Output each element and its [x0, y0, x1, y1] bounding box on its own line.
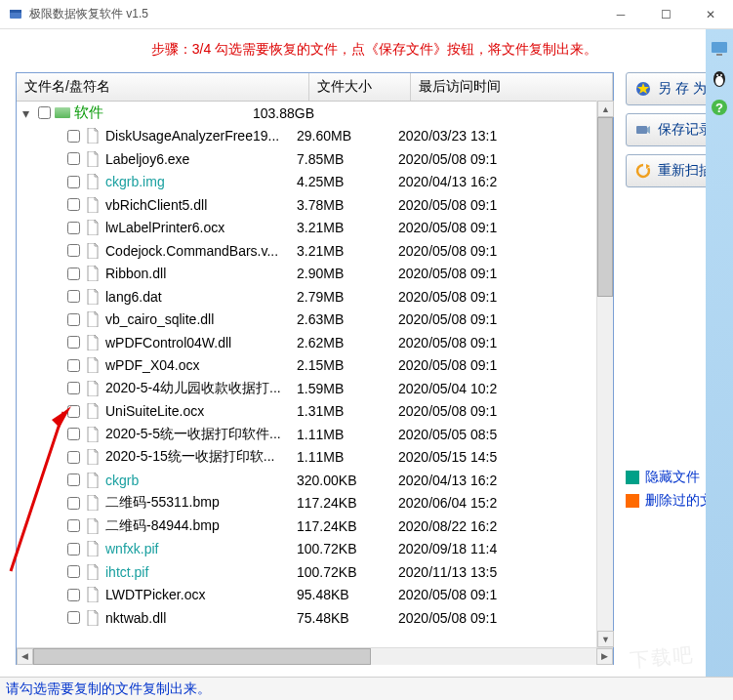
vscroll-thumb[interactable] [597, 117, 613, 297]
status-text: 请勾选需要复制的文件复制出来。 [6, 680, 211, 698]
close-button[interactable]: ✕ [688, 0, 733, 29]
file-date: 2020/05/08 09:1 [398, 587, 613, 602]
scroll-down-button[interactable]: ▼ [597, 631, 614, 647]
file-checkbox[interactable] [67, 565, 80, 578]
file-checkbox[interactable] [67, 589, 80, 601]
star-icon [634, 80, 652, 98]
maximize-button[interactable]: ☐ [643, 0, 688, 29]
root-row[interactable]: ▾ 软件 103.88GB [17, 102, 613, 125]
statusbar: 请勾选需要复制的文件复制出来。 [0, 677, 733, 700]
edge-toolbar: ? [706, 29, 733, 700]
file-checkbox[interactable] [67, 382, 80, 394]
column-header-name[interactable]: 文件名/盘符名 [17, 73, 309, 101]
file-size: 29.60MB [297, 128, 398, 144]
root-checkbox[interactable] [38, 106, 51, 119]
file-checkbox[interactable] [67, 268, 80, 280]
collapse-icon[interactable]: ▾ [22, 105, 36, 121]
file-checkbox[interactable] [67, 152, 80, 165]
file-row[interactable]: LWDTPicker.ocx95.48KB2020/05/08 09:1 [17, 584, 613, 607]
file-date: 2020/09/18 11:4 [398, 541, 613, 556]
file-row[interactable]: Codejock.CommandBars.v...3.21MB2020/05/0… [17, 239, 613, 263]
file-row[interactable]: wPDF_X04.ocx2.15MB2020/05/08 09:1 [17, 354, 613, 378]
file-date: 2020/05/08 09:1 [398, 220, 613, 235]
file-row[interactable]: Ribbon.dll2.90MB2020/05/08 09:1 [17, 263, 613, 286]
file-icon [86, 335, 100, 350]
help-icon[interactable]: ? [710, 98, 729, 117]
file-size: 117.24KB [297, 495, 398, 511]
file-checkbox[interactable] [67, 611, 80, 624]
root-size: 103.88GB [253, 105, 354, 121]
column-header-size[interactable]: 文件大小 [309, 73, 411, 101]
file-row[interactable]: 二维码-84944.bmp117.24KB2020/08/22 16:2 [17, 515, 613, 538]
file-size: 2.79MB [297, 289, 398, 305]
file-date: 2020/05/08 09:1 [398, 357, 613, 373]
file-row[interactable]: 二维码-55311.bmp117.24KB2020/06/04 15:2 [17, 492, 613, 515]
file-row[interactable]: vb_cairo_sqlite.dll2.63MB2020/05/08 09:1 [17, 309, 613, 332]
file-checkbox[interactable] [67, 428, 80, 440]
svg-rect-1 [10, 10, 21, 13]
penguin-icon[interactable] [710, 68, 729, 88]
file-row[interactable]: ihtct.pif100.72KB2020/11/13 13:5 [17, 560, 613, 584]
file-checkbox[interactable] [67, 130, 80, 143]
file-icon [86, 128, 100, 144]
file-row[interactable]: lwLabelPrinter6.ocx3.21MB2020/05/08 09:1 [17, 217, 613, 240]
vertical-scrollbar[interactable]: ▲ ▼ [596, 101, 613, 647]
file-name: Codejock.CommandBars.v... [105, 243, 297, 259]
file-icon [86, 243, 100, 259]
file-row[interactable]: UniSuiteLite.ocx1.31MB2020/05/08 09:1 [17, 400, 613, 424]
file-checkbox[interactable] [67, 176, 80, 188]
minimize-button[interactable]: ─ [598, 0, 643, 29]
file-date: 2020/04/13 16:2 [398, 174, 613, 189]
file-row[interactable]: ckgrb320.00KB2020/04/13 16:2 [17, 469, 613, 492]
camera-icon [634, 121, 652, 139]
file-checkbox[interactable] [67, 222, 80, 234]
file-icon [86, 518, 100, 534]
file-row[interactable]: 2020-5-4幼儿园收款收据打...1.59MB2020/05/04 10:2 [17, 377, 613, 400]
file-checkbox[interactable] [67, 497, 80, 510]
file-checkbox[interactable] [67, 451, 80, 464]
refresh-icon [634, 162, 652, 180]
file-checkbox[interactable] [67, 519, 80, 532]
file-icon [86, 151, 100, 167]
file-checkbox[interactable] [67, 474, 80, 486]
file-checkbox[interactable] [67, 336, 80, 349]
file-size: 7.85MB [297, 151, 398, 167]
horizontal-scrollbar[interactable]: ◀ ▶ [17, 647, 613, 664]
drive-icon [55, 107, 70, 118]
file-list[interactable]: ▾ 软件 103.88GB DiskUsageAnalyzerFree19...… [17, 102, 613, 647]
file-checkbox[interactable] [67, 290, 80, 303]
file-checkbox[interactable] [67, 198, 80, 211]
file-checkbox[interactable] [67, 543, 80, 556]
file-name: wPDF_X04.ocx [105, 357, 297, 373]
file-name: Ribbon.dll [105, 266, 297, 281]
file-checkbox[interactable] [67, 405, 80, 418]
file-row[interactable]: Labeljoy6.exe7.85MB2020/05/08 09:1 [17, 147, 613, 171]
file-row[interactable]: wPDFControl04W.dll2.62MB2020/05/08 09:1 [17, 331, 613, 354]
hscroll-thumb[interactable] [33, 648, 371, 665]
file-size: 95.48KB [297, 587, 398, 602]
file-row[interactable]: DiskUsageAnalyzerFree19...29.60MB2020/03… [17, 125, 613, 148]
file-date: 2020/05/05 08:5 [398, 427, 613, 442]
file-row[interactable]: wnfxk.pif100.72KB2020/09/18 11:4 [17, 538, 613, 561]
file-row[interactable]: ckgrb.img4.25MB2020/04/13 16:2 [17, 171, 613, 194]
file-size: 1.31MB [297, 403, 398, 419]
file-checkbox[interactable] [67, 244, 80, 257]
file-row[interactable]: 2020-5-5统一收据打印软件...1.11MB2020/05/05 08:5 [17, 423, 613, 446]
file-checkbox[interactable] [67, 359, 80, 372]
scroll-up-button[interactable]: ▲ [597, 101, 614, 117]
scroll-left-button[interactable]: ◀ [17, 648, 33, 665]
file-date: 2020/05/08 09:1 [398, 197, 613, 213]
file-checkbox[interactable] [67, 313, 80, 326]
file-name: lwLabelPrinter6.ocx [105, 220, 297, 235]
file-icon [86, 587, 100, 602]
file-row[interactable]: 2020-5-15统一收据打印软...1.11MB2020/05/15 14:5 [17, 446, 613, 470]
monitor-icon[interactable] [710, 39, 729, 59]
file-row[interactable]: lang6.dat2.79MB2020/05/08 09:1 [17, 285, 613, 309]
file-row[interactable]: nktwab.dll75.48KB2020/05/08 09:1 [17, 606, 613, 630]
svg-point-10 [715, 76, 723, 86]
file-name: ihtct.pif [105, 564, 297, 580]
file-row[interactable]: vbRichClient5.dll3.78MB2020/05/08 09:1 [17, 193, 613, 217]
column-header-date[interactable]: 最后访问时间 [411, 73, 613, 101]
file-list-panel: 文件名/盘符名 文件大小 最后访问时间 ▾ 软件 103.88GB DiskUs… [16, 72, 614, 665]
scroll-right-button[interactable]: ▶ [596, 648, 613, 665]
